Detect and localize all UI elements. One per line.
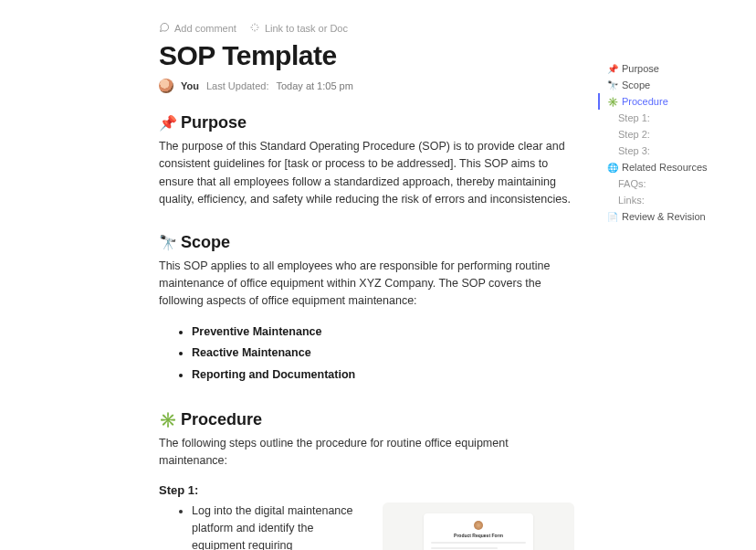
add-comment-label: Add comment	[174, 23, 236, 34]
outline-label: Step 1:	[618, 112, 650, 123]
step1-text: Log into the digital maintenance platfor…	[192, 502, 357, 550]
avatar[interactable]	[159, 79, 173, 93]
doc-toolbar: Add comment Link to task or Doc	[159, 22, 574, 35]
outline-item[interactable]: ✳️Procedure	[598, 93, 744, 110]
outline-label: Related Resources	[622, 162, 708, 173]
outline-label: Review & Revision	[622, 211, 706, 222]
asterisk-icon: ✳️	[159, 411, 177, 428]
outline-item[interactable]: Step 2:	[598, 126, 744, 143]
list-item: Reporting and Documentation	[192, 365, 574, 386]
page-title: SOP Template	[159, 40, 574, 71]
step1-row: Log into the digital maintenance platfor…	[159, 502, 574, 550]
outline-item[interactable]: 📌Purpose	[598, 60, 744, 77]
outline-item[interactable]: 📄Review & Revision	[598, 208, 744, 225]
outline-label: Scope	[622, 79, 650, 90]
heading-purpose: 📌 Purpose	[159, 113, 574, 132]
purpose-body: The purpose of this Standard Operating P…	[159, 138, 574, 209]
outline-item[interactable]: FAQs:	[598, 175, 744, 192]
step1-text-wrap: Log into the digital maintenance platfor…	[159, 502, 357, 550]
outline-item[interactable]: Links:	[598, 192, 744, 208]
heading-scope: 🔭 Scope	[159, 233, 574, 252]
scope-list: Preventive Maintenance Reactive Maintena…	[159, 322, 574, 386]
form-preview[interactable]: Product Request Form	[383, 502, 574, 550]
meta-row: You Last Updated: Today at 1:05 pm	[159, 79, 574, 93]
form-card: Product Request Form	[424, 513, 533, 550]
outline-sidebar: 📌Purpose🔭Scope✳️ProcedureStep 1:Step 2:S…	[598, 60, 744, 225]
link-to-label: Link to task or Doc	[265, 23, 348, 34]
author-name[interactable]: You	[181, 80, 199, 91]
list-item: Reactive Maintenance	[192, 343, 574, 365]
add-comment-button[interactable]: Add comment	[159, 22, 236, 35]
heading-scope-text: Scope	[181, 233, 230, 252]
heading-purpose-text: Purpose	[181, 113, 247, 132]
heading-procedure: ✳️ Procedure	[159, 410, 574, 429]
pushpin-icon: 📌	[159, 114, 177, 132]
outline-label: Links:	[618, 195, 645, 206]
procedure-body: The following steps outline the procedur…	[159, 435, 574, 471]
list-item: Preventive Maintenance	[192, 322, 574, 344]
outline-label: Step 2:	[618, 129, 650, 140]
outline-label: Step 3:	[618, 145, 650, 156]
telescope-icon: 🔭	[159, 234, 177, 251]
outline-emoji-icon: 📄	[607, 212, 618, 222]
link-to-button[interactable]: Link to task or Doc	[249, 22, 348, 35]
comment-icon	[159, 22, 170, 35]
outline-label: Procedure	[622, 96, 668, 107]
outline-label: FAQs:	[618, 178, 646, 189]
scope-body: This SOP applies to all employees who ar…	[159, 258, 574, 311]
sparkle-icon	[249, 22, 260, 35]
outline-item[interactable]: Step 1:	[598, 110, 744, 126]
document-main: Add comment Link to task or Doc SOP Temp…	[159, 22, 574, 550]
outline-emoji-icon: 📌	[607, 64, 618, 74]
updated-label: Last Updated:	[206, 80, 269, 91]
step1-label: Step 1:	[159, 483, 574, 497]
outline-item[interactable]: 🌐Related Resources	[598, 159, 744, 175]
form-card-title: Product Request Form	[431, 533, 526, 538]
outline-label: Purpose	[622, 63, 659, 74]
form-avatar-icon	[474, 521, 483, 530]
updated-value: Today at 1:05 pm	[276, 80, 352, 91]
heading-procedure-text: Procedure	[181, 410, 262, 429]
outline-item[interactable]: Step 3:	[598, 143, 744, 159]
outline-emoji-icon: 🔭	[607, 80, 618, 90]
section-purpose: 📌 Purpose The purpose of this Standard O…	[159, 113, 574, 209]
section-procedure: ✳️ Procedure The following steps outline…	[159, 410, 574, 550]
section-scope: 🔭 Scope This SOP applies to all employee…	[159, 233, 574, 386]
outline-emoji-icon: ✳️	[607, 97, 618, 107]
outline-item[interactable]: 🔭Scope	[598, 77, 744, 93]
outline-emoji-icon: 🌐	[607, 163, 618, 173]
